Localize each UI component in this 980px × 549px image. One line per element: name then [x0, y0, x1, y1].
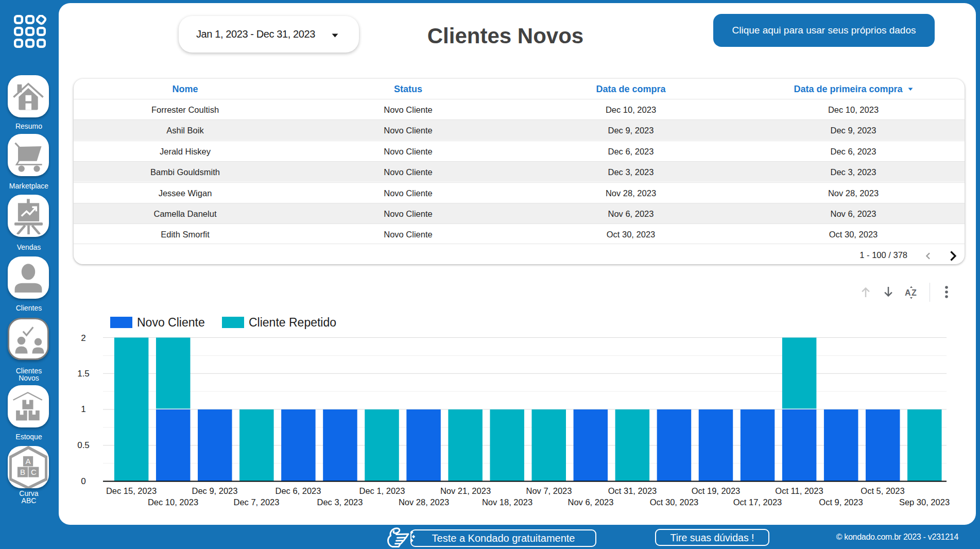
svg-text:Z: Z — [912, 288, 917, 297]
svg-text:A: A — [905, 288, 911, 297]
svg-text:C: C — [31, 468, 37, 476]
svg-text:B: B — [20, 468, 25, 476]
svg-text:A: A — [26, 457, 31, 466]
